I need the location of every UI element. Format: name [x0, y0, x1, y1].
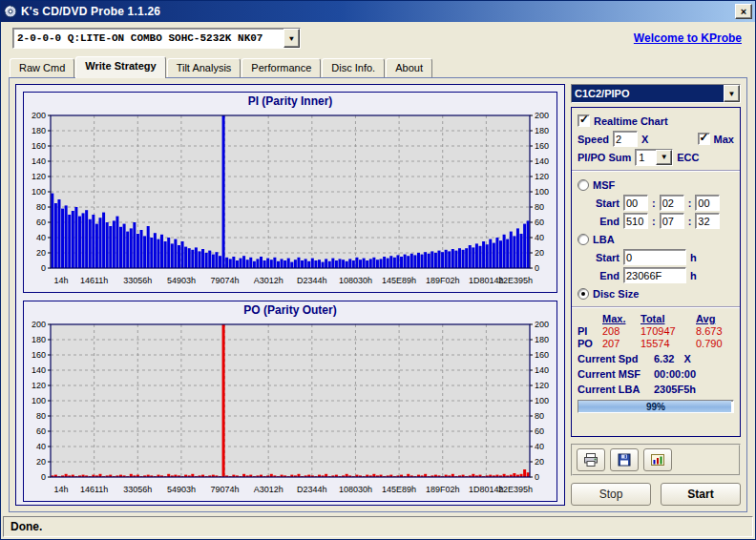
- msf-start-min-input[interactable]: [623, 195, 648, 211]
- tool-button-box: [571, 444, 741, 476]
- current-msf-row: Current MSF 00:00:00: [578, 366, 734, 382]
- disc-size-radio[interactable]: [578, 288, 589, 300]
- mode-select[interactable]: C1C2/PIPO ▼: [571, 84, 741, 103]
- print-button[interactable]: [577, 448, 605, 471]
- svg-text:80: 80: [36, 202, 46, 212]
- svg-text:100: 100: [32, 396, 46, 405]
- svg-text:A3012h: A3012h: [254, 276, 284, 285]
- po-chart-plot: 0020204040606080801001001201201401401601…: [24, 320, 556, 501]
- po-chart: PO (Parity Outer) 0020204040606080801001…: [23, 301, 557, 502]
- svg-text:120: 120: [32, 381, 46, 390]
- close-icon[interactable]: ×: [735, 4, 752, 19]
- lba-end-input[interactable]: [623, 267, 686, 283]
- current-speed-unit: X: [683, 353, 690, 364]
- realtime-chart-checkbox[interactable]: [578, 114, 590, 127]
- msf-label: MSF: [593, 179, 615, 191]
- tab-disc-info[interactable]: Disc Info.: [322, 58, 385, 77]
- charts-panel: PI (Parity Inner) 0020204040606080801001…: [15, 84, 565, 506]
- pi-chart: PI (Parity Inner) 0020204040606080801001…: [23, 92, 557, 293]
- svg-text:22E395h: 22E395h: [498, 276, 533, 285]
- mode-select-value: C1C2/PIPO: [572, 85, 724, 102]
- speed-input[interactable]: [613, 131, 638, 147]
- chevron-down-icon[interactable]: ▼: [284, 29, 300, 48]
- pipo-sum-select[interactable]: 1 ▼: [635, 149, 673, 166]
- speed-unit-label: X: [641, 134, 648, 145]
- lba-start-row: Start h: [578, 248, 734, 266]
- save-chart-image-button[interactable]: [643, 448, 672, 471]
- lba-end-label: End: [591, 270, 620, 281]
- header-row: 2-0-0-0 Q:LITE-ON COMBO SOHC-5232K NK07 …: [1, 22, 755, 54]
- svg-text:160: 160: [535, 141, 549, 151]
- svg-text:140: 140: [32, 156, 46, 166]
- max-speed-checkbox[interactable]: [698, 133, 710, 145]
- svg-text:80: 80: [36, 411, 46, 421]
- svg-text:79074h: 79074h: [211, 485, 240, 494]
- stats-pi-total: 170947: [640, 325, 696, 337]
- svg-text:40: 40: [36, 233, 46, 242]
- lba-label: LBA: [593, 234, 615, 245]
- tab-tilt-analysis[interactable]: Tilt Analysis: [167, 58, 242, 77]
- stats-pi-avg: 8.673: [696, 325, 734, 337]
- msf-radio[interactable]: [578, 179, 589, 191]
- svg-text:14h: 14h: [53, 485, 68, 494]
- chevron-down-icon[interactable]: ▼: [656, 150, 672, 165]
- svg-text:60: 60: [535, 426, 544, 436]
- tab-raw-cmd[interactable]: Raw Cmd: [10, 58, 74, 77]
- svg-text:60: 60: [36, 218, 46, 227]
- start-button[interactable]: Start: [661, 483, 741, 506]
- msf-end-sec-input[interactable]: [660, 213, 684, 229]
- tab-about[interactable]: About: [386, 58, 432, 77]
- svg-text:0: 0: [535, 472, 539, 482]
- msf-radio-row: MSF: [578, 176, 734, 194]
- lba-start-input[interactable]: [623, 249, 686, 265]
- lba-start-label: Start: [591, 252, 620, 263]
- printer-icon: [583, 452, 598, 467]
- max-speed-label: Max: [714, 134, 734, 145]
- msf-start-sec-input[interactable]: [660, 195, 684, 211]
- po-chart-title: PO (Parity Outer): [243, 303, 336, 320]
- app-window: K's CD/DVD Probe 1.1.26 × 2-0-0-0 Q:LITE…: [0, 0, 756, 540]
- msf-end-min-input[interactable]: [623, 213, 648, 229]
- svg-text:20: 20: [36, 457, 46, 467]
- lba-start-unit: h: [690, 252, 697, 263]
- svg-text:33056h: 33056h: [123, 276, 152, 285]
- msf-end-frame-input[interactable]: [695, 213, 720, 229]
- msf-start-frame-input[interactable]: [695, 195, 720, 211]
- stop-button[interactable]: Stop: [571, 483, 651, 506]
- svg-text:60: 60: [535, 218, 544, 227]
- svg-text:20: 20: [535, 248, 544, 258]
- options-box: Realtime Chart Speed X Max PI/PO Sum 1 ▼: [571, 107, 741, 437]
- svg-text:54903h: 54903h: [167, 485, 196, 494]
- msf-end-row: End : :: [578, 212, 734, 230]
- disc-size-label: Disc Size: [593, 288, 639, 300]
- svg-text:20: 20: [535, 457, 544, 467]
- chevron-down-icon[interactable]: ▼: [724, 85, 740, 102]
- tab-performance[interactable]: Performance: [242, 58, 321, 77]
- svg-text:180: 180: [535, 126, 549, 135]
- drive-select[interactable]: 2-0-0-0 Q:LITE-ON COMBO SOHC-5232K NK07 …: [12, 28, 301, 49]
- tab-write-strategy[interactable]: Write Strategy: [75, 56, 165, 78]
- progress-bar: 99%: [578, 400, 734, 413]
- svg-text:79074h: 79074h: [211, 276, 240, 285]
- svg-text:100: 100: [535, 396, 549, 405]
- stats-header-avg: Avg: [696, 313, 734, 324]
- svg-text:160: 160: [32, 350, 46, 360]
- current-lba-label: Current LBA: [578, 384, 654, 395]
- divider: [572, 306, 740, 308]
- lba-radio[interactable]: [578, 234, 589, 245]
- realtime-chart-label: Realtime Chart: [594, 115, 668, 127]
- disc-size-row: Disc Size: [578, 284, 734, 302]
- pipo-sum-label: PI/PO Sum: [578, 152, 631, 163]
- svg-text:0: 0: [41, 472, 46, 482]
- save-button[interactable]: [610, 448, 639, 471]
- ecc-label: ECC: [677, 152, 699, 163]
- stats-header-total: Total: [640, 313, 696, 324]
- welcome-link[interactable]: Welcome to KProbe: [634, 31, 742, 45]
- status-bar: Done.: [3, 516, 753, 537]
- stats-po-name: PO: [578, 338, 602, 349]
- divider: [572, 170, 740, 172]
- svg-text:14611h: 14611h: [80, 276, 108, 285]
- svg-text:108030h: 108030h: [339, 276, 372, 285]
- svg-text:54903h: 54903h: [167, 276, 196, 285]
- svg-text:100: 100: [535, 187, 549, 197]
